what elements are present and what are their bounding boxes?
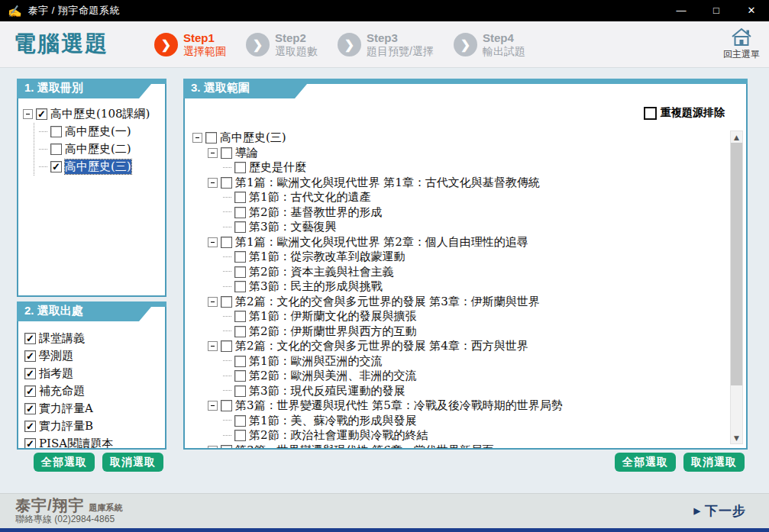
tree-item[interactable]: 第2節：伊斯蘭世界與西方的互動 [192, 324, 723, 340]
scope-checkbox[interactable] [234, 207, 246, 218]
tree-expander-icon[interactable] [23, 109, 33, 119]
tree-item[interactable]: 第3節：民主的形成與挑戰 [192, 279, 723, 295]
tree-item[interactable]: 第1節：歐洲與亞洲的交流 [192, 354, 723, 369]
scope-checkbox[interactable] [221, 177, 232, 189]
scope-checkbox[interactable] [221, 340, 232, 352]
source-checkbox[interactable] [24, 350, 36, 362]
source-select-all-button[interactable]: 全部選取 [34, 453, 95, 472]
next-step-button[interactable]: ▶ 下一步 [694, 502, 746, 520]
tree-expander-icon[interactable] [208, 178, 218, 188]
scroll-track[interactable] [731, 143, 742, 432]
scope-checkbox[interactable] [234, 281, 246, 292]
source-checkbox[interactable] [24, 421, 36, 432]
scope-select-all-button[interactable]: 全部選取 [615, 453, 676, 472]
chevron-circle-icon: ❯ [454, 33, 477, 56]
scope-checkbox[interactable] [221, 147, 232, 159]
source-checkbox[interactable] [24, 403, 36, 414]
tree-item-label: 第1節：伊斯蘭文化的發展與擴張 [249, 309, 417, 324]
tree-item[interactable]: 第1節：從宗教改革到啟蒙運動 [192, 250, 723, 265]
source-item[interactable]: 實力評量B [24, 418, 162, 435]
volume-checkbox[interactable] [50, 126, 62, 137]
tree-item[interactable]: 第3篇：世界變遷與現代性 第5章：冷戰及後冷戰時期的世界局勢 [192, 398, 723, 414]
tree-item[interactable]: 第1節：古代文化的遺產 [192, 190, 723, 205]
tree-item[interactable]: 第1篇：歐洲文化與現代世界 第2章：個人自由理性的追尋 [192, 235, 723, 250]
maximize-button[interactable]: □ [699, 0, 734, 21]
scope-checkbox[interactable] [234, 162, 246, 173]
tree-item[interactable]: 高中歷史(三) [192, 131, 723, 146]
tree-expander-icon[interactable] [192, 133, 202, 143]
chevron-circle-icon: ❯ [338, 33, 361, 56]
scope-checkbox[interactable] [221, 445, 232, 448]
close-button[interactable]: ✕ [734, 0, 769, 21]
tree-item[interactable]: 第2篇：文化的交會與多元世界的發展 第3章：伊斯蘭與世界 [192, 295, 723, 310]
scope-checkbox[interactable] [234, 415, 246, 427]
tree-item[interactable]: 第3節：文藝復興 [192, 220, 723, 235]
scroll-thumb[interactable] [731, 143, 742, 385]
tree-item[interactable]: 第2篇：文化的交會與多元世界的發展 第4章：西方與世界 [192, 339, 723, 354]
source-checkbox[interactable] [24, 438, 36, 448]
scroll-up-icon[interactable]: ▲ [731, 131, 742, 143]
scope-checkbox[interactable] [234, 385, 246, 397]
volume-checkbox[interactable] [50, 161, 62, 172]
tree-item[interactable]: 高中歷史(一) [39, 123, 162, 140]
scope-checkbox[interactable] [205, 132, 217, 143]
scope-checkbox[interactable] [234, 221, 246, 233]
tree-expander-icon[interactable] [208, 297, 218, 307]
source-checkbox[interactable] [24, 368, 36, 379]
scope-checkbox[interactable] [221, 296, 232, 308]
tree-item-root[interactable]: 高中歷史(108課綱) [23, 105, 162, 123]
scope-checkbox[interactable] [234, 356, 246, 367]
tree-item-label: 第3篇：世界變遷與現代性 第6章：當代世界新局面 [235, 443, 494, 448]
tree-connector [223, 376, 231, 377]
tree-item[interactable]: 歷史是什麼 [192, 160, 723, 176]
source-item[interactable]: 指考題 [24, 365, 162, 382]
tree-item[interactable]: 第2節：基督教世界的形成 [192, 205, 723, 221]
tree-item[interactable]: 導論 [192, 146, 723, 161]
home-button[interactable]: 回主選單 [723, 27, 760, 61]
tree-expander-icon[interactable] [208, 446, 218, 448]
scope-checkbox[interactable] [234, 370, 246, 382]
source-checkbox[interactable] [24, 385, 36, 397]
tree-expander-icon[interactable] [208, 148, 218, 158]
tree-item[interactable]: 第1節：美、蘇冷戰的形成與發展 [192, 414, 723, 429]
tree-expander-icon[interactable] [208, 341, 218, 351]
source-item[interactable]: 補充命題 [24, 382, 162, 400]
tree-item-label: 第2篇：文化的交會與多元世界的發展 第4章：西方與世界 [235, 339, 528, 353]
tree-item[interactable]: 第2節：政治社會運動與冷戰的終結 [192, 428, 723, 443]
scope-checkbox[interactable] [234, 430, 246, 441]
scrollbar[interactable]: ▲ ▼ [730, 131, 743, 444]
volume-checkbox[interactable] [50, 143, 62, 155]
scroll-down-icon[interactable]: ▼ [731, 432, 742, 443]
tree-expander-icon[interactable] [208, 237, 218, 247]
scope-checkbox[interactable] [234, 251, 246, 263]
volume-root-checkbox[interactable] [36, 108, 47, 120]
tree-item[interactable]: 高中歷史(三) [39, 158, 162, 176]
source-item[interactable]: PISA閱讀題本 [24, 435, 162, 448]
tree-item[interactable]: 第2節：歐洲與美洲、非洲的交流 [192, 369, 723, 384]
dedupe-checkbox-box[interactable] [644, 107, 657, 120]
tree-connector [223, 167, 231, 169]
window-title: 泰宇 / 翔宇命題系統 [28, 4, 120, 18]
tree-item[interactable]: 第3篇：世界變遷與現代性 第6章：當代世界新局面 [192, 443, 723, 449]
tree-item[interactable]: 第1節：伊斯蘭文化的發展與擴張 [192, 309, 723, 324]
dedupe-checkbox[interactable]: 重複題源排除 [644, 106, 725, 120]
tree-connector [223, 316, 231, 318]
tree-item[interactable]: 第3節：現代反殖民運動的發展 [192, 384, 723, 399]
source-item[interactable]: 課堂講義 [24, 330, 162, 347]
scope-checkbox[interactable] [234, 326, 246, 337]
scope-checkbox[interactable] [221, 237, 232, 248]
scope-deselect-all-button[interactable]: 取消選取 [683, 453, 745, 472]
scope-checkbox[interactable] [234, 266, 246, 278]
source-item[interactable]: 學測題 [24, 347, 162, 365]
scope-checkbox[interactable] [234, 192, 246, 203]
minimize-button[interactable]: — [664, 0, 699, 21]
source-item[interactable]: 實力評量A [24, 400, 162, 418]
source-checkbox[interactable] [24, 333, 36, 344]
scope-checkbox[interactable] [221, 400, 232, 411]
tree-expander-icon[interactable] [208, 401, 218, 411]
tree-item[interactable]: 第2節：資本主義與社會主義 [192, 265, 723, 280]
source-deselect-all-button[interactable]: 取消選取 [102, 453, 163, 472]
scope-checkbox[interactable] [234, 311, 246, 322]
tree-item[interactable]: 高中歷史(二) [39, 140, 162, 158]
tree-item[interactable]: 第1篇：歐洲文化與現代世界 第1章：古代文化與基督教傳統 [192, 176, 723, 191]
